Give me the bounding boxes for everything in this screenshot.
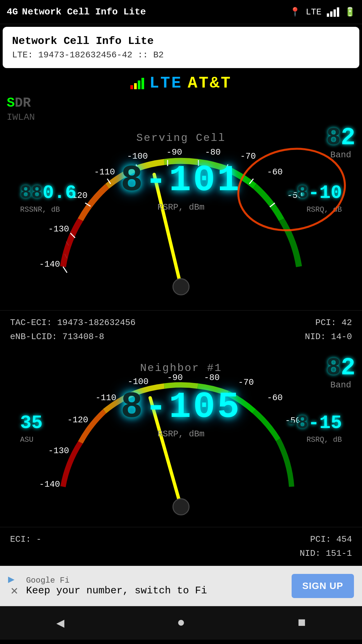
neighbor-asu-digits: 35 [20, 412, 43, 434]
neighbor-rsrp-value: 8-105 [121, 386, 241, 428]
ad-left: ▶ ✕ Google Fi Keep your number, switch t… [8, 575, 207, 597]
svg-text:-140: -140 [39, 259, 60, 269]
signal-strength-icon [327, 7, 339, 17]
battery-icon: 🔋 [345, 7, 355, 17]
status-bar: 4G Network Cell Info Lite 📍 LTE 🔋 [0, 0, 362, 24]
ad-play-icon: ▶ [8, 575, 18, 585]
neighbor-band-number: 82 [326, 356, 355, 380]
neighbor-band-dim: 8 [326, 354, 341, 382]
svg-text:-60: -60 [267, 167, 283, 177]
ad-banner: ▶ ✕ Google Fi Keep your number, switch t… [0, 566, 362, 606]
svg-text:-100: -100 [128, 377, 148, 387]
back-button[interactable]: ◀ [50, 608, 71, 638]
sdr-row: SDR IWLAN [0, 96, 362, 122]
neighbor-rsrp-label: RSRP, dBm [158, 429, 204, 439]
svg-text:-90: -90 [167, 147, 182, 157]
neighbor-eci: ECI: - [10, 533, 42, 547]
svg-text:-110: -110 [94, 167, 115, 177]
neighbor-gauge-container: -140 -130 -120 -110 -100 -90 -80 -70 -60… [0, 353, 362, 527]
main-gauge-area: LTE AT&T SDR IWLAN [0, 71, 362, 353]
neighbor-asu-label: ASU [20, 436, 34, 444]
nid-value: NID: 14-0 [305, 330, 352, 344]
rssnr-digits: 0.6 [43, 182, 76, 204]
neighbor-rsrq-label: RSRQ, dB [306, 436, 342, 444]
rssnr-value: 880.6 [20, 182, 76, 204]
ad-signup-button[interactable]: SIGN UP [292, 574, 354, 598]
rssnr-label: RSSNR, dB [20, 206, 60, 214]
rsrq-digits: -10 [308, 182, 342, 204]
location-icon: 📍 [290, 7, 300, 17]
lte-label: LTE [306, 7, 321, 17]
ad-content: Google Fi Keep your number, switch to Fi [26, 576, 207, 596]
neighbor-rsrq-value: -8-15 [286, 412, 342, 434]
neighbor-band-display: 82 Band [326, 356, 355, 390]
rsrp-digits: -101 [145, 159, 241, 201]
svg-text:-60: -60 [267, 393, 283, 403]
rsrq-label: RSRQ, dB [306, 206, 342, 214]
neighbor-cell-info-row: ECI: - PCI: 454 NID: 151-1 [0, 527, 362, 566]
svg-line-0 [63, 267, 67, 273]
svg-text:-140: -140 [39, 479, 60, 489]
neighbor-pci: PCI: 454 [300, 533, 352, 547]
rsrp-value: 8-101 [121, 159, 241, 201]
rsrp-dim-digit: 8 [121, 159, 145, 201]
neighbor-info-right: PCI: 454 NID: 151-1 [300, 533, 352, 560]
notification-subtitle: LTE: 19473-182632456-42 :: B2 [12, 50, 350, 60]
neighbor-cell-area: -140 -130 -120 -110 -100 -90 -80 -70 -60… [0, 353, 362, 566]
svg-text:-70: -70 [240, 151, 256, 161]
sdr-d: D [15, 96, 23, 111]
notification-card: Network Cell Info Lite LTE: 19473-182632… [3, 27, 359, 68]
rsrq-value: -8-10 [286, 182, 342, 204]
serving-band-display: 82 Band [326, 126, 355, 160]
nav-bar: ◀ ● ■ [0, 606, 362, 640]
carrier-text: AT&T [188, 74, 232, 92]
neighbor-cell-label: Neighbor #1 [140, 362, 222, 374]
sdr-s: S [7, 96, 15, 111]
band-value: 2 [341, 124, 355, 152]
neighbor-rsrp-dim: 8 [121, 386, 145, 428]
rssnr-dim: 88 [20, 182, 43, 204]
status-left: 4G Network Cell Info Lite [7, 7, 146, 17]
serving-cell-info: TAC-ECI: 19473-182632456 eNB-LCID: 71340… [0, 310, 362, 349]
svg-text:-130: -130 [48, 446, 69, 456]
band-dim: 8 [326, 124, 341, 152]
serving-band-label: Band [326, 150, 355, 160]
neighbor-rsrq-dim: -8 [286, 412, 308, 434]
serving-cell-label: Serving Cell [136, 132, 226, 144]
svg-text:-80: -80 [205, 147, 221, 157]
svg-text:-110: -110 [96, 393, 116, 403]
tac-eci: TAC-ECI: 19473-182632456 [10, 316, 135, 330]
serving-cell-gauge: -140 -130 -120 -110 -100 -90 -80 -70 -60… [0, 122, 362, 310]
status-right: 📍 LTE 🔋 [290, 7, 355, 17]
rsrp-label: RSRP, dBm [158, 202, 204, 212]
cell-info-left: TAC-ECI: 19473-182632456 eNB-LCID: 71340… [10, 316, 135, 344]
iwlan-label: IWLAN [7, 112, 35, 122]
svg-text:-120: -120 [67, 415, 88, 425]
ad-advertiser: Google Fi [26, 576, 207, 585]
sdr-r: R [23, 96, 31, 111]
svg-point-21 [173, 279, 189, 295]
neighbor-rsrq-digits: -15 [308, 412, 342, 434]
notification-title: Network Cell Info Lite [12, 35, 350, 47]
pci-value: PCI: 42 [305, 316, 352, 330]
recents-button[interactable]: ■ [291, 609, 312, 637]
svg-point-37 [173, 499, 189, 515]
neighbor-info-left: ECI: - [10, 533, 42, 560]
lte-carrier-header: LTE AT&T [0, 74, 362, 92]
rsrq-dim: -8 [286, 182, 308, 204]
neighbor-band-label: Band [326, 380, 355, 390]
lte-text: LTE [149, 74, 182, 92]
app-name-status: Network Cell Info Lite [22, 7, 146, 17]
neighbor-rsrp-digits: -105 [145, 386, 241, 428]
home-button[interactable]: ● [170, 609, 192, 637]
network-type-label: 4G [7, 7, 18, 17]
ad-close-icon[interactable]: ✕ [11, 585, 18, 597]
gauge-svg: -140 -130 -120 -110 -100 -90 -80 -70 -60… [0, 122, 362, 310]
cell-info-right: PCI: 42 NID: 14-0 [305, 316, 352, 344]
neighbor-nid: NID: 151-1 [300, 547, 352, 561]
serving-band-number: 82 [326, 126, 355, 150]
enb-lcid: eNB-LCID: 713408-8 [10, 330, 135, 344]
ad-copy-text: Keep your number, switch to Fi [26, 585, 207, 596]
neighbor-asu-value: 35 [20, 412, 43, 434]
svg-text:-130: -130 [48, 224, 69, 234]
